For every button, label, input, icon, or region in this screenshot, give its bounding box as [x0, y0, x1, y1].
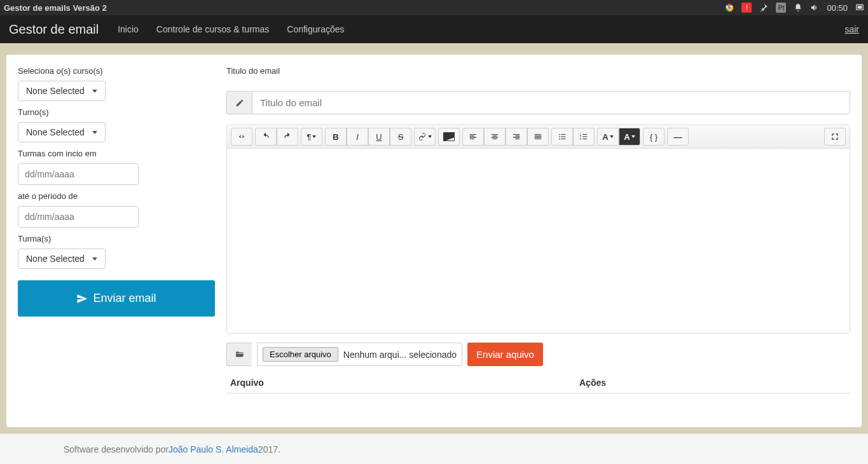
pilcrow-icon: ¶: [307, 132, 312, 142]
os-top-bar: Gestor de emails Versão 2 ! Pt 00:50: [0, 0, 868, 15]
system-tray: ! Pt 00:50: [725, 3, 864, 13]
align-center-icon: [490, 132, 499, 141]
fullscreen-button[interactable]: [824, 128, 846, 146]
code-block-button[interactable]: { }: [643, 128, 665, 146]
font-color-button[interactable]: A: [597, 128, 619, 146]
align-right-icon: [512, 132, 521, 141]
minus-icon: —: [674, 132, 682, 142]
shift-select[interactable]: None Selected: [18, 122, 106, 142]
bell-icon[interactable]: [794, 3, 803, 12]
svg-rect-3: [858, 6, 862, 9]
nav-settings[interactable]: Configurações: [287, 24, 344, 34]
shift-select-value: None Selected: [26, 127, 85, 137]
underline-icon: U: [376, 132, 382, 142]
footer-suffix: 2017.: [258, 444, 280, 454]
end-date-input[interactable]: [18, 206, 139, 228]
keyboard-lang-badge[interactable]: Pt: [776, 3, 786, 13]
align-center-button[interactable]: [484, 128, 506, 146]
folder-open-icon: [235, 350, 245, 359]
email-composer: Titulo do email ¶: [226, 66, 850, 416]
choose-file-button[interactable]: Escolher arquivo: [263, 347, 338, 362]
upload-file-button[interactable]: Enviar aquivo: [467, 343, 543, 366]
page-footer: Software desenvolvido por João Paulo S. …: [0, 433, 868, 464]
svg-point-6: [559, 139, 560, 140]
image-icon: [443, 132, 455, 141]
start-date-input[interactable]: [18, 163, 139, 185]
undo-button[interactable]: [255, 128, 277, 146]
main-panel: Seleciona o(s) curso(s) None Selected Tu…: [6, 55, 862, 427]
underline-button[interactable]: U: [368, 128, 390, 146]
highlight-color-button[interactable]: A: [619, 128, 640, 146]
footer-author-link[interactable]: João Paulo S. Almeida: [169, 444, 258, 454]
email-title-row: [226, 91, 850, 114]
class-select[interactable]: None Selected: [18, 249, 106, 269]
unordered-list-button[interactable]: [551, 128, 573, 146]
caret-down-icon: [92, 131, 97, 134]
class-select-value: None Selected: [26, 254, 85, 264]
code-view-button[interactable]: [231, 128, 252, 146]
horizontal-rule-button[interactable]: —: [667, 128, 689, 146]
chrome-icon[interactable]: [725, 3, 734, 12]
column-actions: Ações: [579, 378, 846, 388]
caret-down-icon: [312, 135, 316, 138]
window-title: Gestor de emails Versão 2: [4, 3, 725, 13]
strike-button[interactable]: S: [390, 128, 411, 146]
volume-icon[interactable]: [810, 3, 819, 12]
pencil-icon: [235, 99, 244, 107]
send-email-button[interactable]: Enviar email: [18, 280, 215, 317]
pin-icon[interactable]: [759, 3, 768, 12]
strike-icon: S: [398, 132, 404, 142]
redo-button[interactable]: [277, 128, 298, 146]
link-icon: [418, 132, 427, 141]
editor-textarea[interactable]: [227, 149, 850, 333]
filters-sidebar: Seleciona o(s) curso(s) None Selected Tu…: [18, 66, 215, 416]
course-select[interactable]: None Selected: [18, 81, 106, 101]
caret-down-icon: [610, 135, 614, 138]
align-right-button[interactable]: [506, 128, 527, 146]
paper-plane-icon: [76, 293, 88, 304]
editor-toolbar: ¶ B I U S: [227, 125, 850, 149]
braces-icon: { }: [650, 132, 658, 142]
caret-down-icon: [631, 135, 635, 138]
expand-icon: [830, 132, 839, 141]
class-label: Turma(s): [18, 234, 215, 243]
ol-icon: 123: [579, 132, 588, 141]
screen-icon[interactable]: [855, 3, 864, 12]
undo-icon: [261, 132, 270, 141]
logout-link[interactable]: sair: [844, 24, 859, 34]
ordered-list-button[interactable]: 123: [573, 128, 595, 146]
course-select-value: None Selected: [26, 86, 85, 96]
email-title-input[interactable]: [252, 91, 850, 114]
paragraph-style-button[interactable]: ¶: [301, 128, 322, 146]
highlight-a-icon: A: [624, 132, 630, 142]
clock[interactable]: 00:50: [827, 3, 848, 13]
bold-button[interactable]: B: [325, 128, 347, 146]
end-date-label: até o periodo de: [18, 191, 215, 201]
attachment-row: Escolher arquivo Nenhum arqui... selecio…: [226, 343, 850, 366]
send-email-label: Enviar email: [93, 292, 156, 305]
align-left-button[interactable]: [462, 128, 484, 146]
footer-prefix: Software desenvolvido por: [64, 444, 169, 454]
app-nav-bar: Gestor de email Inicio Controle de curso…: [0, 15, 868, 43]
align-justify-button[interactable]: [527, 128, 549, 146]
folder-addon: [226, 343, 252, 366]
alert-icon[interactable]: !: [741, 3, 752, 13]
start-date-label: Turmas com incio em: [18, 149, 215, 158]
ul-icon: [558, 132, 567, 141]
image-button[interactable]: [438, 128, 460, 146]
svg-text:3: 3: [580, 137, 582, 140]
column-file: Arquivo: [230, 378, 579, 388]
shift-label: Turno(s): [18, 107, 215, 117]
nav-courses[interactable]: Controle de cursos & turmas: [156, 24, 269, 34]
align-left-icon: [469, 132, 478, 141]
svg-point-4: [559, 134, 560, 135]
italic-button[interactable]: I: [347, 128, 368, 146]
content-area: Seleciona o(s) curso(s) None Selected Tu…: [0, 43, 868, 433]
pencil-addon: [226, 91, 252, 114]
code-icon: [237, 132, 246, 141]
caret-down-icon: [428, 135, 432, 138]
font-a-icon: A: [602, 132, 608, 142]
link-button[interactable]: [414, 128, 436, 146]
course-label: Seleciona o(s) curso(s): [18, 66, 215, 76]
nav-home[interactable]: Inicio: [118, 24, 139, 34]
